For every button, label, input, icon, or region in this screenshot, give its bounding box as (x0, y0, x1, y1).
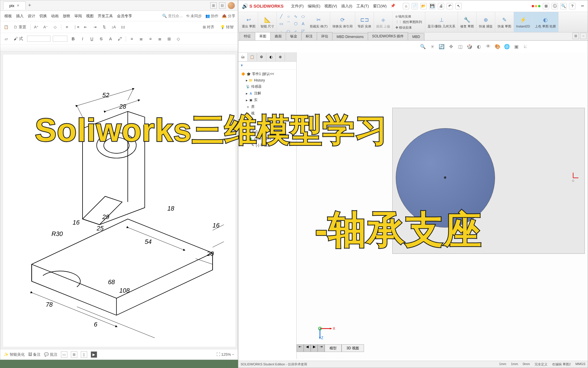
preview-icon[interactable]: ▱ (3, 35, 10, 42)
menu-view[interactable]: 视图 (84, 12, 95, 20)
tree-item-sensors[interactable]: 📡 传感器 (240, 83, 295, 90)
add-tab-button[interactable]: + (28, 2, 31, 8)
menu-member[interactable]: 会员专享 (115, 12, 134, 20)
columns-icon[interactable]: ⫿⫿ (120, 24, 127, 31)
display-style-icon[interactable]: ◐ (475, 43, 483, 50)
font-size-dropdown[interactable] (53, 36, 67, 42)
menu-devtools[interactable]: 开发工具 (96, 12, 115, 20)
zoom-out-icon[interactable]: − (232, 352, 234, 357)
settings-icon[interactable]: ? (569, 3, 575, 9)
zoom-control[interactable]: ⛶ 125% − (216, 352, 234, 357)
pan-icon[interactable]: ✥ (447, 43, 455, 50)
indent-right-icon[interactable]: ⇥ (92, 24, 99, 31)
clear-format-icon[interactable]: ◇ (52, 24, 59, 31)
tab-mbd[interactable]: MBD (408, 33, 424, 40)
model-center-point[interactable] (444, 176, 446, 179)
hide-show-icon[interactable]: 👁 (484, 43, 492, 50)
layout-icon-1[interactable]: ⊞ (210, 2, 217, 9)
sync-status[interactable]: ⟲ 未同步 (186, 13, 202, 19)
scroll-last-icon[interactable]: ⇥ (318, 344, 325, 352)
quick-snap-button[interactable]: ⊕ 快速 捕捉 (477, 12, 495, 32)
reading-view-icon[interactable]: ▯ (81, 351, 87, 358)
strikethrough-icon[interactable]: S (98, 35, 105, 42)
tab-annotate[interactable]: 标注 (301, 32, 317, 40)
pin-icon[interactable]: 📌 (389, 2, 397, 10)
convert-entities-button[interactable]: ⟳ 转换实 体引用 (330, 12, 355, 32)
menu-view[interactable]: 视图(V) (323, 2, 339, 10)
list-icon[interactable]: ≡ (64, 24, 71, 31)
grid-view-icon[interactable]: ⊞ (71, 351, 77, 358)
text-icon[interactable]: A (300, 20, 306, 27)
bold-icon[interactable]: B (70, 35, 77, 42)
menu-edit[interactable]: 编辑(E) (306, 2, 322, 10)
options-icon[interactable]: ⊞ (543, 3, 549, 9)
format-painter-button[interactable]: 🖌 式 (12, 36, 25, 42)
menu-transition[interactable]: 切换 (38, 12, 49, 20)
view-orientation-icon[interactable]: 🎲 (466, 43, 473, 50)
smart-dimension-button[interactable]: 📐 智能 尺寸 (258, 12, 277, 32)
clipboard-icon[interactable]: 📋 (3, 24, 10, 31)
trim-button[interactable]: ✂ 剪裁实 体(T) (307, 12, 330, 32)
align-button[interactable]: ⊞ 对齐 (201, 24, 216, 30)
font-size-down-icon[interactable]: A⁻ (42, 24, 49, 31)
tree-tab-config[interactable]: ⚙ (257, 53, 266, 61)
shade-sketch-button[interactable]: ◐ 上色 草图 轮廓 (533, 12, 559, 32)
italic-icon[interactable]: I (79, 35, 86, 42)
menu-window[interactable]: 窗口(W) (371, 2, 388, 10)
font-size-up-icon[interactable]: A⁺ (33, 24, 40, 31)
share-button[interactable]: 📤 分享 (222, 13, 235, 19)
text-direction-icon[interactable]: ↕A (110, 24, 117, 31)
offset-button[interactable]: ⊏⊐ 等距 实体 (355, 12, 374, 32)
home-icon[interactable]: ⌂ (403, 3, 409, 9)
align-justify-icon[interactable]: ≣ (156, 35, 163, 42)
menu-animation[interactable]: 动画 (49, 12, 60, 20)
btab-3dview[interactable]: 3D 视图 (342, 344, 364, 352)
wps-ruler[interactable] (0, 45, 238, 52)
select-icon[interactable]: ↖ (455, 3, 462, 9)
convert-button[interactable]: 💡 转智 (218, 24, 235, 30)
repair-sketch-button[interactable]: 🔧 修复 草图 (458, 12, 477, 32)
minimize-icon[interactable]: − (581, 3, 584, 9)
render-icon[interactable]: ▣ (512, 43, 520, 50)
tab-surfaces[interactable]: 曲面 (270, 32, 286, 40)
zoom-fit-icon[interactable]: 🔍 (419, 43, 427, 50)
menu-slideshow[interactable]: 放映 (61, 12, 72, 20)
align-right-icon[interactable]: ≡ (147, 35, 154, 42)
line-spacing-icon[interactable]: ⇅ (101, 24, 108, 31)
tree-item-solid[interactable]: ▸ ▣ 实 (240, 97, 295, 103)
menu-file[interactable]: 文件(F) (289, 2, 305, 10)
reset-button[interactable]: 🗋 重置 (12, 24, 28, 30)
mirror-button[interactable]: ⧈ 镜向实体 (396, 14, 411, 19)
comments-button[interactable]: 💬 批注 (44, 352, 57, 357)
normal-view-icon[interactable]: ▭ (61, 351, 67, 358)
tree-tab-property[interactable]: 📋 (248, 53, 257, 61)
search-icon[interactable]: 🔍 (560, 3, 567, 9)
quick-sketch-button[interactable]: ✎ 快速 草图 (495, 12, 514, 32)
highlight-icon[interactable]: 🖍 (116, 35, 123, 42)
notes-button[interactable]: ☳ 备注 (28, 352, 41, 357)
close-icon[interactable]: ✕ (17, 4, 20, 8)
spline-icon[interactable]: ∿ (293, 13, 299, 20)
tree-item-root[interactable]: 🔶 🎓 零件1 (默认<< (240, 71, 295, 77)
undo-icon[interactable]: ↶ (447, 3, 453, 9)
align-left-icon[interactable]: ≡ (128, 35, 135, 42)
menu-design[interactable]: 设计 (26, 12, 37, 20)
tab-sw-addins[interactable]: SOLIDWORKS 插件 (368, 32, 408, 40)
scroll-next-icon[interactable]: ▶ (311, 344, 318, 352)
font-family-dropdown[interactable] (27, 36, 50, 42)
tree-item-annotations[interactable]: ▸ A 注解 (240, 90, 295, 97)
new-icon[interactable]: 📄 (412, 3, 418, 9)
rectangle-icon[interactable]: ▭ (278, 20, 284, 27)
tab-sketch[interactable]: 草图 (255, 32, 271, 40)
collapse-icon[interactable]: − (580, 33, 587, 39)
polygon-icon[interactable]: ⬡ (293, 20, 299, 27)
menu-tools[interactable]: 工具(T) (355, 2, 371, 10)
ellipse-icon[interactable]: ⬭ (300, 13, 306, 20)
tab-mbd-dimensions[interactable]: MBD Dimensions (332, 33, 368, 40)
save-icon[interactable]: 💾 (429, 3, 435, 9)
align-center-icon[interactable]: ≣ (138, 35, 145, 42)
numbered-list-icon[interactable]: ⋮≡ (73, 24, 80, 31)
scene-icon[interactable]: 🌐 (503, 43, 511, 50)
sw-axis-triad[interactable]: X Z (314, 317, 337, 341)
exit-sketch-button[interactable]: ↩ 退出 草图 (239, 12, 258, 32)
